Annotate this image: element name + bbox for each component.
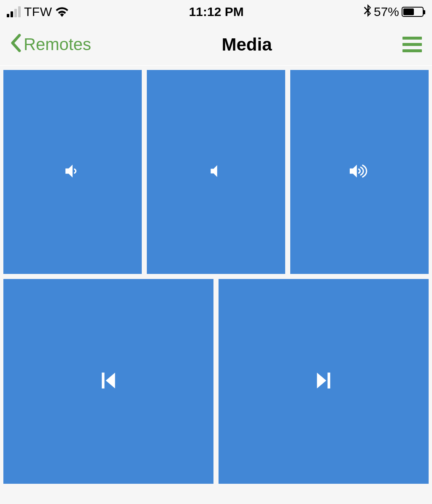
volume-mute-button[interactable] bbox=[147, 70, 285, 274]
status-right: 57% bbox=[364, 4, 424, 20]
status-time: 11:12 PM bbox=[189, 5, 244, 19]
svg-rect-0 bbox=[102, 373, 104, 389]
tile-grid bbox=[0, 66, 432, 493]
status-bar: TFW 11:12 PM 57% bbox=[0, 0, 432, 24]
volume-down-button[interactable] bbox=[3, 70, 142, 274]
previous-track-button[interactable] bbox=[3, 279, 213, 484]
volume-mute-icon bbox=[207, 162, 225, 182]
wifi-icon bbox=[55, 7, 69, 17]
bluetooth-icon bbox=[364, 4, 371, 20]
chevron-left-icon bbox=[10, 34, 21, 56]
volume-low-icon bbox=[63, 161, 82, 182]
status-left: TFW bbox=[7, 5, 69, 19]
cellular-signal-icon bbox=[7, 6, 21, 17]
page-title: Media bbox=[222, 35, 272, 55]
navigation-bar: Remotes Media bbox=[0, 24, 432, 66]
battery-fill bbox=[403, 8, 414, 15]
hamburger-icon bbox=[402, 37, 422, 40]
skip-previous-icon bbox=[100, 371, 117, 391]
volume-high-icon bbox=[348, 161, 371, 182]
menu-button[interactable] bbox=[402, 37, 422, 52]
svg-rect-1 bbox=[327, 373, 330, 389]
next-track-button[interactable] bbox=[219, 279, 429, 484]
skip-next-icon bbox=[315, 371, 332, 391]
carrier-label: TFW bbox=[24, 5, 52, 19]
tile-row-1 bbox=[3, 70, 429, 274]
back-button[interactable]: Remotes bbox=[10, 34, 91, 56]
battery-icon bbox=[402, 7, 424, 17]
battery-percent-label: 57% bbox=[374, 5, 399, 19]
volume-up-button[interactable] bbox=[290, 70, 429, 274]
back-label: Remotes bbox=[24, 35, 91, 54]
tile-row-2 bbox=[3, 279, 429, 484]
